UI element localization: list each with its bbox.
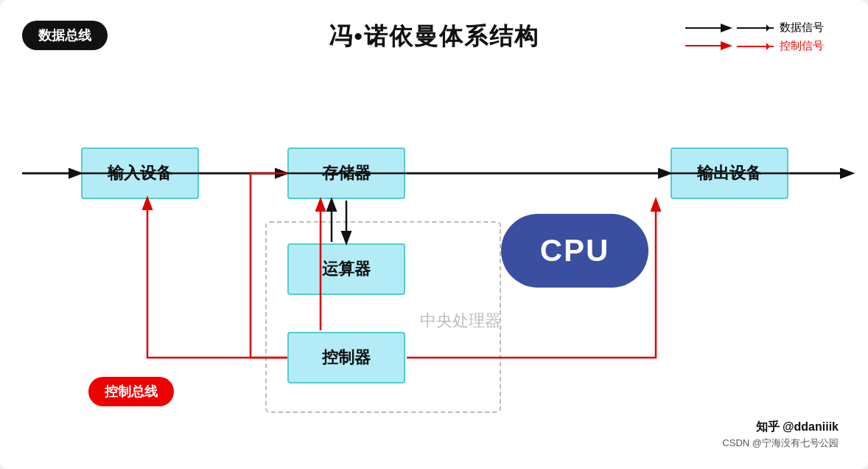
- data-bus-label: 数据总线: [22, 21, 108, 50]
- watermark: 知乎 @ddaniiik CSDN @宁海没有七号公园: [722, 417, 839, 451]
- page-title: 冯•诺依曼体系结构: [329, 21, 539, 53]
- data-signal-line: [737, 27, 774, 29]
- output-device-box: 输出设备: [671, 147, 788, 199]
- legend-data-signal: 数据信号: [737, 21, 824, 35]
- control-bus-label: 控制总线: [88, 377, 174, 406]
- cpu-label: CPU: [540, 233, 610, 268]
- data-signal-label: 数据信号: [780, 21, 824, 35]
- legend: 数据信号 控制信号: [737, 21, 824, 53]
- legend-control-signal: 控制信号: [737, 39, 824, 53]
- diagram-container: 冯•诺依曼体系结构 数据信号 控制信号 数据总线 控制总线 输入设备 存储器 运…: [0, 0, 868, 469]
- watermark-source: CSDN @宁海没有七号公园: [722, 436, 839, 451]
- control-signal-line: [737, 46, 774, 47]
- watermark-zhihu: 知乎 @ddaniiik: [722, 417, 839, 437]
- memory-box: 存储器: [287, 147, 405, 199]
- cpu-oval: CPU: [501, 214, 648, 288]
- input-device-box: 输入设备: [81, 147, 199, 199]
- control-signal-label: 控制信号: [780, 39, 824, 53]
- cpu-group-label: 中央处理器: [420, 310, 501, 332]
